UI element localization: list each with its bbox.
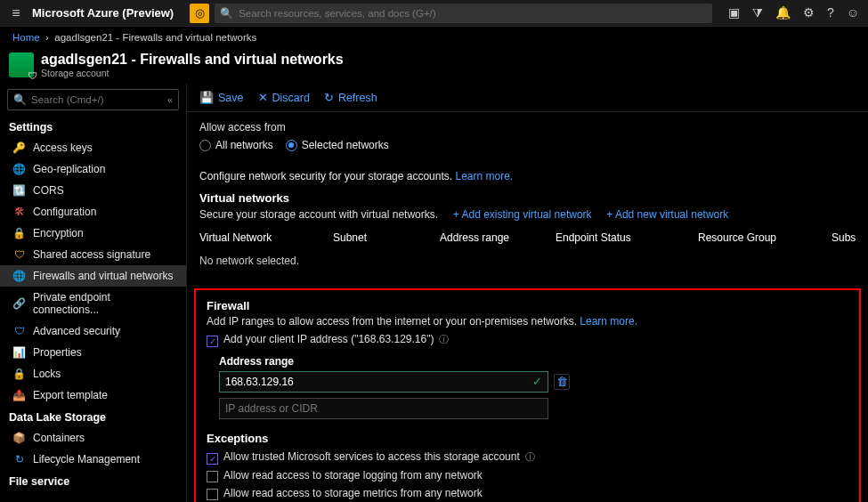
sidebar-item-sas[interactable]: 🛡Shared access signature [0, 244, 186, 265]
sidebar-item-label: Access keys [33, 142, 93, 154]
console-icon[interactable]: ▣ [728, 5, 740, 20]
cors-icon: 🔃 [12, 184, 26, 197]
discard-button-label: Discard [272, 92, 310, 104]
radio-icon [199, 140, 211, 151]
sidebar-item-label: Shared access signature [33, 248, 150, 261]
radio-selected-networks[interactable]: Selected networks [286, 139, 389, 151]
add-new-vnet-link[interactable]: + Add new virtual network [606, 208, 728, 221]
sidebar-item-properties[interactable]: 📊Properties [0, 342, 186, 363]
add-existing-vnet-link[interactable]: + Add existing virtual network [453, 208, 592, 221]
radio-all-networks[interactable]: All networks [199, 139, 273, 151]
col-subnet: Subnet [333, 231, 440, 244]
sidebar-item-geo-replication[interactable]: 🌐Geo-replication [0, 158, 186, 180]
firewall-desc: Add IP ranges to allow access from the i… [207, 315, 580, 328]
command-bar: 💾Save ✕Discard ↻Refresh [187, 84, 868, 112]
breadcrumb-home[interactable]: Home [12, 32, 40, 43]
config-icon: 🛠 [12, 206, 26, 218]
hamburger-icon[interactable]: ≡ [0, 5, 32, 21]
checkmark-icon: ✓ [532, 375, 542, 388]
col-subscription: Subs [823, 231, 856, 244]
checkbox-icon[interactable] [207, 453, 218, 465]
storage-account-icon [9, 53, 34, 77]
sidebar-item-lifecycle[interactable]: ↻Lifecycle Management [0, 449, 186, 470]
shield-icon: 🛡 [12, 325, 26, 337]
save-button[interactable]: 💾Save [199, 91, 244, 104]
learn-more-link[interactable]: Learn more. [455, 170, 513, 182]
lifecycle-icon: ↻ [12, 453, 26, 466]
exception-trusted-row[interactable]: Allow trusted Microsoft services to acce… [207, 450, 848, 464]
lock-icon: 🔒 [12, 227, 26, 239]
sidebar-item-label: Export template [33, 389, 108, 401]
radio-label: All networks [215, 139, 273, 151]
topbar-icons: ▣ ⧩ 🔔 ⚙ ? ☺ [719, 5, 868, 20]
page-title: agadlsgen21 - Firewalls and virtual netw… [41, 52, 344, 68]
sidebar-item-private-endpoint[interactable]: 🔗Private endpoint connections... [0, 287, 186, 320]
help-icon[interactable]: ? [827, 5, 834, 20]
brand-label: Microsoft Azure (Preview) [32, 6, 184, 20]
checkbox-icon[interactable] [207, 489, 218, 500]
endpoint-icon: 🔗 [12, 297, 26, 310]
add-client-ip-label: Add your client IP address ("168.63.129.… [223, 333, 434, 345]
filter-icon[interactable]: ⧩ [752, 5, 763, 20]
refresh-button-label: Refresh [338, 92, 377, 104]
allow-access-label: Allow access from [199, 121, 856, 134]
col-endpoint-status: Endpoint Status [556, 231, 698, 244]
vnet-desc: Secure your storage account with virtual… [199, 208, 438, 221]
container-icon: 📦 [12, 432, 26, 444]
sidebar-item-configuration[interactable]: 🛠Configuration [0, 201, 186, 223]
refresh-icon: ↻ [324, 91, 334, 104]
pin-icon[interactable]: « [167, 94, 173, 105]
col-resource-group: Resource Group [698, 231, 823, 244]
exception-logging-row[interactable]: Allow read access to storage logging fro… [207, 469, 848, 482]
sidebar-item-label: Firewalls and virtual networks [33, 270, 173, 282]
delete-ip-button[interactable]: 🗑 [554, 374, 570, 390]
global-search[interactable]: 🔍 [215, 4, 712, 23]
firewall-heading: Firewall [207, 299, 848, 312]
vnet-heading: Virtual networks [199, 191, 856, 205]
lock-icon: 🔒 [12, 368, 26, 380]
exception-metrics-row[interactable]: Allow read access to storage metrics fro… [207, 487, 848, 499]
info-icon[interactable]: ⓘ [439, 333, 449, 346]
breadcrumb-resource: agadlsgen21 - Firewalls and virtual netw… [54, 32, 256, 43]
feedback-icon[interactable]: ☺ [847, 5, 859, 20]
checkbox-icon[interactable] [207, 471, 218, 482]
sidebar-item-access-keys[interactable]: 🔑Access keys [0, 137, 186, 158]
exception-trusted-label: Allow trusted Microsoft services to acce… [223, 450, 520, 463]
sidebar-group-file: File service [0, 470, 186, 491]
settings-icon[interactable]: ⚙ [803, 5, 815, 20]
sidebar-item-label: Properties [33, 346, 82, 359]
top-bar: ≡ Microsoft Azure (Preview) ◎ 🔍 ▣ ⧩ 🔔 ⚙ … [0, 0, 868, 27]
page-header: agadlsgen21 - Firewalls and virtual netw… [0, 48, 868, 84]
info-icon[interactable]: ⓘ [525, 450, 535, 464]
address-range-input[interactable] [225, 376, 532, 388]
search-icon: 🔍 [220, 7, 233, 20]
cloud-shell-icon[interactable]: ◎ [190, 4, 209, 23]
sidebar-item-label: CORS [33, 184, 64, 197]
notification-icon[interactable]: 🔔 [775, 5, 791, 20]
col-virtual-network: Virtual Network [199, 231, 333, 244]
sidebar-item-label: Private endpoint connections... [33, 291, 177, 316]
address-range-input-wrap[interactable]: ✓ [219, 371, 548, 393]
address-range-placeholder[interactable] [219, 398, 548, 419]
refresh-button[interactable]: ↻Refresh [324, 91, 377, 104]
sidebar-search[interactable]: 🔍 « [7, 89, 179, 110]
sidebar-item-locks[interactable]: 🔒Locks [0, 363, 186, 385]
vnet-table: Virtual Network Subnet Address range End… [199, 226, 856, 272]
sidebar-item-containers[interactable]: 📦Containers [0, 427, 186, 449]
add-client-ip-row[interactable]: Add your client IP address ("168.63.129.… [207, 333, 848, 346]
exception-metrics-label: Allow read access to storage metrics fro… [223, 487, 483, 499]
firewall-learn-more-link[interactable]: Learn more. [580, 315, 637, 328]
global-search-input[interactable] [239, 8, 707, 19]
sidebar-item-cors[interactable]: 🔃CORS [0, 180, 186, 201]
sidebar-item-encryption[interactable]: 🔒Encryption [0, 223, 186, 244]
sidebar-item-label: Locks [33, 368, 61, 380]
firewall-icon: 🌐 [12, 270, 26, 282]
sidebar-item-advanced-security[interactable]: 🛡Advanced security [0, 320, 186, 342]
discard-button[interactable]: ✕Discard [258, 91, 310, 104]
sidebar-item-firewalls[interactable]: 🌐Firewalls and virtual networks [0, 265, 186, 287]
sas-icon: 🛡 [12, 248, 26, 261]
sidebar-search-input[interactable] [31, 94, 162, 105]
sidebar-item-export-template[interactable]: 📤Export template [0, 385, 186, 406]
address-range-new-input[interactable] [225, 402, 542, 415]
checkbox-icon[interactable] [207, 336, 218, 347]
